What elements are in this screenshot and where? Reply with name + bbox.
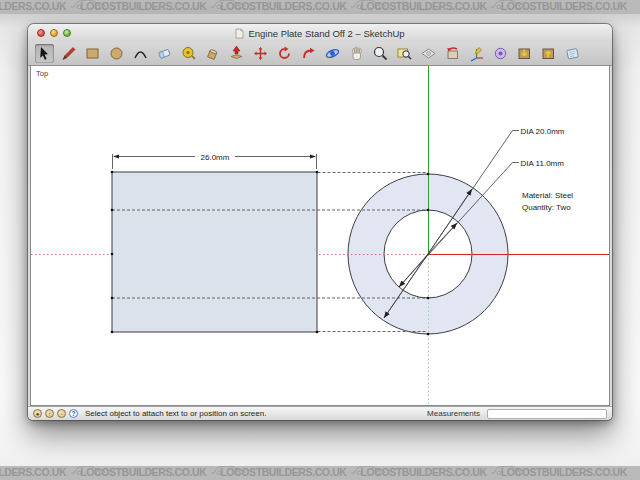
zoom-window-tool[interactable]: [395, 44, 414, 63]
circle-icon: [108, 45, 125, 62]
eraser-tool[interactable]: [155, 44, 174, 63]
zoom-window-icon: [396, 45, 413, 62]
sketchup-window: Engine Plate Stand Off 2 – SketchUp Top: [28, 24, 612, 420]
paint-bucket-tool[interactable]: [203, 44, 222, 63]
status-hint: Select object to attach text to or posit…: [85, 409, 266, 418]
line-tool[interactable]: [59, 44, 78, 63]
status-bar: ● ↑ ◦ ? Select object to attach text to …: [28, 406, 612, 420]
rectangle-icon: [84, 45, 101, 62]
location-icon: [492, 45, 509, 62]
orbit-tool[interactable]: [323, 44, 342, 63]
watermark-text: LOCOSTBUILDERS.CO.UK: [361, 0, 487, 13]
select-tool[interactable]: [35, 44, 54, 63]
measurements-label: Measurements: [427, 409, 480, 418]
add-location-tool[interactable]: [491, 44, 510, 63]
toolbar: [28, 42, 612, 66]
zoom-window-button[interactable]: [63, 29, 71, 37]
move-tool[interactable]: [251, 44, 270, 63]
push-pull-icon: [228, 45, 245, 62]
download-box-icon: [516, 45, 533, 62]
push-pull-tool[interactable]: [227, 44, 246, 63]
circle-tool[interactable]: [107, 44, 126, 63]
dia-11-label[interactable]: DIA 11.0mm: [521, 159, 565, 168]
magnifier-icon: [372, 45, 389, 62]
model-scene: 26.0mm DIA 20.0mm DIA 11.0mm Material: S…: [31, 66, 609, 404]
rotate-tool[interactable]: [275, 44, 294, 63]
axes-tool[interactable]: [467, 44, 486, 63]
arc-tool[interactable]: [131, 44, 150, 63]
model-info-icon: [564, 45, 581, 62]
watermark-text: LOCOSTBUILDERS.CO.UK: [80, 0, 206, 13]
zoom-extents-icon: [420, 45, 437, 62]
watermark-text: LOCOSTBUILDERS.CO.UK: [220, 0, 346, 13]
paint-bucket-icon: [204, 45, 221, 62]
previous-view-tool[interactable]: [443, 44, 462, 63]
dimension-26mm[interactable]: 26.0mm: [113, 151, 317, 170]
follow-me-icon: [300, 45, 317, 62]
pencil-icon: [60, 45, 77, 62]
move-icon: [252, 45, 269, 62]
standoff-side-face[interactable]: [112, 172, 317, 332]
rectangle-tool[interactable]: [83, 44, 102, 63]
minimize-button[interactable]: [50, 29, 58, 37]
watermark-text: LOCOSTBUILDERS.CO.UK: [80, 466, 206, 479]
watermark-text: LOCOSTBUILDERS.CO.UK: [361, 466, 487, 479]
upload-box-icon: [540, 45, 557, 62]
status-toggle-1-icon[interactable]: ●: [33, 409, 42, 418]
measurements-input[interactable]: [487, 409, 607, 419]
get-models-tool[interactable]: [515, 44, 534, 63]
quantity-label[interactable]: Quantity: Two: [522, 203, 571, 212]
eraser-icon: [156, 45, 173, 62]
help-icon[interactable]: ?: [69, 409, 78, 418]
share-model-tool[interactable]: [539, 44, 558, 63]
drawing-viewport[interactable]: Top: [30, 66, 610, 406]
watermark-text: LOCOSTBUILDERS.CO.UK: [220, 466, 346, 479]
zoom-tool[interactable]: [371, 44, 390, 63]
window-title: Engine Plate Stand Off 2 – SketchUp: [248, 28, 404, 39]
orbit-icon: [324, 45, 341, 62]
watermark-text: LOCOSTBUILDERS.CO.UK: [0, 466, 66, 479]
status-toggle-2-icon[interactable]: ↑: [45, 409, 54, 418]
follow-me-tool[interactable]: [299, 44, 318, 63]
pan-tool[interactable]: [347, 44, 366, 63]
zoom-extents-tool[interactable]: [419, 44, 438, 63]
tape-measure-tool[interactable]: [179, 44, 198, 63]
arc-icon: [132, 45, 149, 62]
dimension-text: 26.0mm: [201, 153, 230, 162]
watermark-text: LOCOSTBUILDERS.CO.UK: [501, 466, 627, 479]
close-button[interactable]: [37, 29, 45, 37]
view-name-label: Top: [36, 69, 48, 78]
select-arrow-icon: [36, 45, 53, 62]
tape-measure-icon: [180, 45, 197, 62]
rotate-icon: [276, 45, 293, 62]
document-icon: [235, 28, 244, 39]
material-label[interactable]: Material: Steel: [522, 191, 573, 200]
watermark-text: LOCOSTBUILDERS.CO.UK: [501, 0, 627, 13]
model-info-tool[interactable]: [563, 44, 582, 63]
watermark-band-bottom: LOCOSTBUILDERS.CO.UKLOCOSTBUILDERS.CO.UK…: [0, 466, 640, 480]
hand-icon: [348, 45, 365, 62]
previous-view-icon: [444, 45, 461, 62]
titlebar[interactable]: Engine Plate Stand Off 2 – SketchUp: [28, 24, 612, 42]
status-toggle-3-icon[interactable]: ◦: [57, 409, 66, 418]
dia-20-label[interactable]: DIA 20.0mm: [521, 127, 565, 136]
watermark-band-top: LOCOSTBUILDERS.CO.UKLOCOSTBUILDERS.CO.UK…: [0, 0, 640, 14]
axes-icon: [468, 45, 485, 62]
watermark-text: LOCOSTBUILDERS.CO.UK: [0, 0, 66, 13]
